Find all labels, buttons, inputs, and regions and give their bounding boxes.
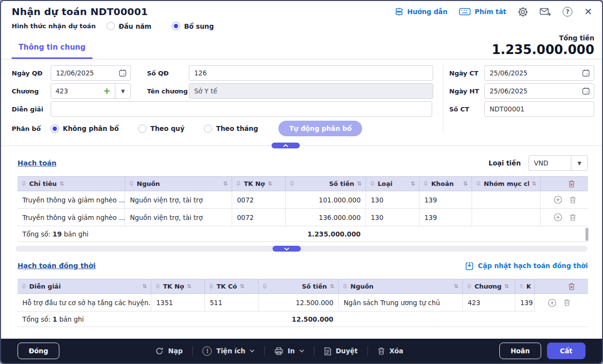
calendar-icon[interactable] <box>582 69 590 79</box>
radio-dau-nam[interactable]: Đầu năm <box>107 22 152 30</box>
so-qd-label: Số QĐ <box>147 70 189 77</box>
column-header-loai[interactable]: Loại⇅ <box>365 177 419 191</box>
table-row[interactable]: Hỗ trợ đầu tư cơ sở hạ tầng các huyện...… <box>18 294 588 311</box>
so-ct-input[interactable] <box>484 101 594 117</box>
sort-icon[interactable]: ⇅ <box>268 181 272 187</box>
pin-icon <box>209 284 214 290</box>
column-header-chi-tieu[interactable]: Chỉ tiêu⇅ <box>18 177 125 191</box>
section-divider <box>1 143 602 149</box>
delete-row-icon[interactable] <box>564 299 570 307</box>
column-header-delete[interactable] <box>534 279 588 293</box>
auto-allocate-button[interactable]: Tự động phân bổ <box>278 121 362 136</box>
save-button[interactable]: Cất <box>547 343 585 359</box>
chevron-up-icon <box>283 144 289 147</box>
so-qd-input[interactable] <box>189 65 433 81</box>
column-header-so-tien[interactable]: Số tiền⇅ <box>285 177 365 191</box>
column-header-tk-no[interactable]: TK Nợ⇅ <box>232 177 285 191</box>
collapse-toggle-down[interactable] <box>273 246 301 252</box>
column-header-nhom-muc-chi[interactable]: Nhóm mục chi⇅ <box>472 177 540 191</box>
table-row[interactable]: Truyền thông và giảm nghèo ... Nguồn việ… <box>18 191 588 209</box>
column-header-nguon[interactable]: Nguồn⇅ <box>125 177 232 191</box>
refresh-icon <box>155 347 164 355</box>
currency-label: Loại tiền <box>489 159 521 167</box>
utilities-button[interactable]: ⋮ Tiện ích <box>202 346 255 356</box>
sort-icon[interactable]: ⇅ <box>454 283 458 290</box>
sort-icon[interactable]: ⇅ <box>463 181 468 187</box>
table-row[interactable]: Truyền thông và giảm nghèo ... Nguồn việ… <box>18 209 588 226</box>
print-button[interactable]: In <box>274 347 304 355</box>
hach-toan-dong-thoi-section: Hạch toán đồng thời Cập nhật hạch toán đ… <box>1 252 602 327</box>
hach-toan-table: Chỉ tiêu⇅ Nguồn⇅ TK Nợ⇅ Số tiền⇅ Loại⇅ <box>18 176 588 242</box>
hach-toan-title-link[interactable]: Hạch toán <box>18 159 56 167</box>
sort-icon[interactable]: ⇅ <box>505 283 509 290</box>
general-info-form: Ngày QĐ Số QĐ Ngày CT <box>1 59 602 140</box>
sort-icon[interactable]: ⇅ <box>187 283 191 290</box>
delete-all-trash-icon <box>568 180 575 188</box>
calendar-icon[interactable] <box>582 87 590 97</box>
hach-toan-dong-thoi-title-link[interactable]: Hạch toán đồng thời <box>18 262 95 270</box>
column-header-khoan-truncated[interactable]: K <box>515 279 534 293</box>
toolbar-divider <box>264 346 265 356</box>
dien-giai-input[interactable] <box>51 101 432 117</box>
radio-theo-quy[interactable]: Theo quý <box>138 125 184 133</box>
column-header-tk-no[interactable]: TK Nợ⇅ <box>151 279 204 293</box>
ngay-ct-input[interactable] <box>484 65 594 81</box>
column-header-khoan[interactable]: Khoản⇅ <box>419 177 472 191</box>
add-row-icon[interactable] <box>554 213 562 221</box>
toolbar-divider <box>367 346 368 356</box>
chuong-dropdown-caret[interactable]: ▼ <box>115 83 131 99</box>
table-header-row: Diễn giải⇅ TK Nợ⇅ TK Có⇅ Số tiền⇅ Nguồn⇅ <box>18 279 588 294</box>
column-header-chuong[interactable]: Chương⇅ <box>462 279 515 293</box>
column-header-dien-giai[interactable]: Diễn giải⇅ <box>18 279 151 293</box>
delete-row-icon[interactable] <box>569 214 576 221</box>
radio-theo-thang[interactable]: Theo tháng <box>204 125 258 133</box>
collapse-toggle-up[interactable] <box>272 143 300 148</box>
sort-icon[interactable]: ⇅ <box>143 283 147 290</box>
postpone-button[interactable]: Hoãn <box>499 343 541 359</box>
column-header-delete[interactable] <box>540 177 588 191</box>
sort-icon[interactable]: ⇅ <box>411 181 415 187</box>
add-row-icon[interactable] <box>554 196 562 204</box>
sort-icon[interactable]: ⇅ <box>60 181 64 187</box>
vertical-scrollbar[interactable] <box>585 228 588 241</box>
help-icon[interactable]: ? <box>563 7 572 17</box>
table-header-row: Chỉ tiêu⇅ Nguồn⇅ TK Nợ⇅ Số tiền⇅ Loại⇅ <box>18 176 588 191</box>
reload-button[interactable]: Nạp <box>155 347 183 355</box>
header-actions: Hướng dẫn Phím tắt <box>395 7 592 17</box>
radio-bo-sung[interactable]: Bổ sung <box>172 22 214 30</box>
currency-select[interactable]: VND ▼ <box>529 155 588 171</box>
sort-icon[interactable]: ⇅ <box>532 181 536 187</box>
table-footer: Tổng số: 19 bản ghi 1.235.000.000 <box>18 226 588 242</box>
column-header-so-tien[interactable]: Số tiền⇅ <box>258 279 338 293</box>
pin-icon <box>262 284 267 290</box>
send-mail-icon[interactable] <box>540 7 551 17</box>
ngay-ht-input[interactable] <box>484 83 594 99</box>
update-simultaneous-link[interactable]: Cập nhật hạch toán đồng thời <box>465 261 588 271</box>
column-header-tk-co[interactable]: TK Có⇅ <box>204 279 258 293</box>
guide-link[interactable]: Hướng dẫn <box>395 7 448 16</box>
pin-icon <box>21 284 26 290</box>
settings-gear-icon[interactable] <box>518 7 528 17</box>
sort-icon[interactable]: ⇅ <box>240 283 244 290</box>
keyboard-icon <box>459 8 471 16</box>
document-icon <box>324 347 331 355</box>
delete-button[interactable]: Xóa <box>378 347 403 355</box>
ten-chuong-label: Tên chương <box>147 88 189 95</box>
sort-icon[interactable]: ⇅ <box>357 181 362 187</box>
sort-icon[interactable]: ⇅ <box>223 181 228 187</box>
shortcuts-link[interactable]: Phím tắt <box>459 8 506 16</box>
calendar-icon[interactable] <box>119 69 127 79</box>
column-header-nguon[interactable]: Nguồn⇅ <box>338 279 462 293</box>
close-button[interactable]: Đóng <box>18 343 59 359</box>
horizontal-scrollbar-track[interactable] <box>16 246 587 252</box>
approve-button[interactable]: Duyệt <box>324 347 358 355</box>
add-plus-icon[interactable]: + <box>103 87 110 95</box>
close-icon[interactable]: ✕ <box>584 7 592 17</box>
radio-khong-phan-bo[interactable]: Không phân bổ <box>51 125 119 133</box>
sort-icon[interactable]: ⇅ <box>330 283 334 290</box>
tab-thong-tin-chung[interactable]: Thông tin chung <box>12 43 92 59</box>
delete-row-icon[interactable] <box>569 196 576 204</box>
chuong-input[interactable]: 423 + <box>51 83 115 99</box>
add-row-icon[interactable] <box>548 299 556 307</box>
chuong-field: 423 + ▼ <box>51 83 131 99</box>
